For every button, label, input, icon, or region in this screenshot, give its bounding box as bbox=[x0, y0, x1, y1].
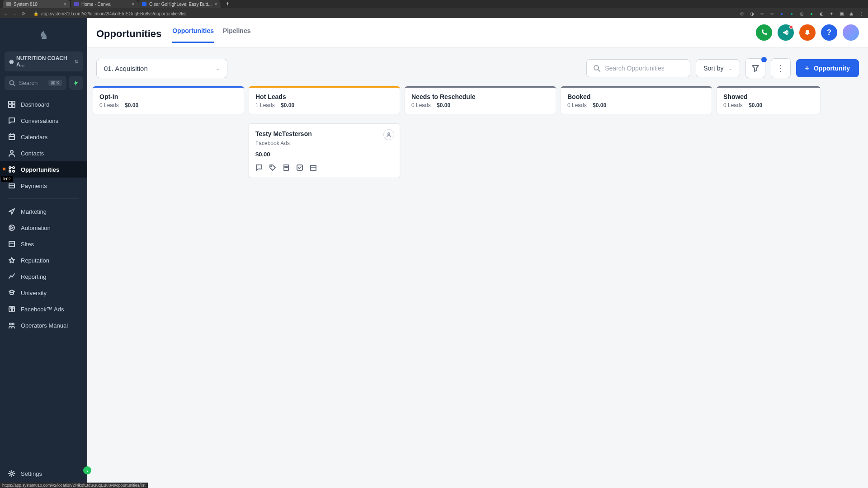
browser-tab[interactable]: System 810 × bbox=[3, 0, 71, 8]
svg-point-29 bbox=[271, 166, 272, 167]
close-icon[interactable]: × bbox=[214, 2, 217, 7]
add-opportunity-button[interactable]: + Opportunity bbox=[796, 59, 859, 77]
nav-label: Operators Manual bbox=[21, 322, 68, 329]
sidebar-item-facebook-ads[interactable]: Facebook™ Ads bbox=[0, 301, 87, 317]
location-name: NUTRITION COACH A... bbox=[16, 55, 72, 68]
pipeline-selector[interactable]: 01. Acquisition ⌄ bbox=[96, 59, 227, 78]
tag-icon[interactable] bbox=[269, 164, 276, 171]
sidebar-item-marketing[interactable]: Marketing bbox=[0, 203, 87, 220]
svg-point-14 bbox=[13, 170, 14, 172]
column-meta: 1 Leads $0.00 bbox=[255, 102, 393, 108]
card-avatar[interactable] bbox=[383, 129, 394, 140]
sort-button[interactable]: Sort by ⌄ bbox=[696, 59, 740, 77]
close-icon[interactable]: × bbox=[64, 2, 66, 7]
column-leads: 0 Leads bbox=[99, 102, 119, 108]
extension-icon[interactable]: ◐ bbox=[818, 10, 825, 17]
sidebar-item-calendars[interactable]: Calendars bbox=[0, 129, 87, 145]
nav-label: Automation bbox=[21, 225, 51, 231]
search-input[interactable]: Search ⌘ K bbox=[5, 76, 66, 90]
extension-icon[interactable]: ● bbox=[788, 10, 795, 17]
opportunity-card[interactable]: Testy McTesterson Facebook Ads $0.00 bbox=[249, 123, 400, 178]
location-selector[interactable]: ◉ NUTRITION COACH A... ⇅ bbox=[5, 52, 83, 71]
tab-pipelines[interactable]: Pipelines bbox=[223, 24, 250, 43]
extension-icon[interactable]: ◑ bbox=[749, 10, 755, 17]
back-icon[interactable]: ← bbox=[4, 11, 8, 16]
sidebar-item-operators-manual[interactable]: Operators Manual bbox=[0, 317, 87, 333]
extension-icon[interactable]: ☆ bbox=[769, 10, 775, 17]
favicon-icon bbox=[74, 2, 79, 6]
contact-icon bbox=[8, 150, 15, 157]
phone-icon bbox=[760, 29, 768, 36]
column-meta: 0 Leads $0.00 bbox=[411, 102, 549, 108]
profile-icon[interactable]: ◉ bbox=[848, 10, 854, 17]
menu-icon[interactable]: ⋮ bbox=[858, 10, 864, 17]
extension-icon[interactable]: ● bbox=[808, 10, 815, 17]
svg-point-23 bbox=[9, 323, 11, 325]
column-header: Needs to Reschedule 0 Leads $0.00 bbox=[405, 86, 556, 114]
sidebar-item-automation[interactable]: Automation bbox=[0, 220, 87, 236]
new-tab-button[interactable]: + bbox=[221, 0, 234, 8]
message-icon[interactable] bbox=[255, 164, 263, 171]
bolt-button[interactable] bbox=[69, 76, 83, 90]
tab-opportunities[interactable]: Opportunities bbox=[172, 24, 214, 43]
favicon-icon bbox=[142, 2, 146, 6]
svg-point-19 bbox=[9, 225, 14, 230]
svg-rect-5 bbox=[12, 105, 15, 108]
sidebar-item-reputation[interactable]: Reputation bbox=[0, 252, 87, 268]
browser-tab[interactable]: Home - Canva × bbox=[71, 0, 138, 8]
collapse-sidebar-button[interactable]: ‹ bbox=[83, 466, 91, 474]
extension-icon[interactable]: ◎ bbox=[798, 10, 805, 17]
svg-line-27 bbox=[598, 70, 600, 71]
sidebar-item-university[interactable]: University bbox=[0, 285, 87, 301]
sidebar-item-opportunities[interactable]: Opportunities bbox=[0, 161, 87, 178]
chevron-updown-icon: ⇅ bbox=[75, 59, 78, 64]
extensions-menu-icon[interactable]: ✦ bbox=[828, 10, 835, 17]
search-opportunities-input[interactable]: Search Opportunities bbox=[586, 59, 690, 77]
extension-icon[interactable]: ⊕ bbox=[739, 10, 745, 17]
panel-icon[interactable]: ▣ bbox=[838, 10, 844, 17]
kanban-column: Showed 0 Leads $0.00 bbox=[717, 86, 821, 178]
more-button[interactable]: ⋮ bbox=[771, 58, 791, 78]
help-button[interactable]: ? bbox=[821, 24, 837, 41]
sidebar: ♞ ◉ NUTRITION COACH A... ⇅ Search ⌘ K Da… bbox=[0, 18, 87, 488]
call-button[interactable] bbox=[756, 24, 772, 41]
bolt-icon bbox=[73, 80, 79, 86]
column-meta: 0 Leads $0.00 bbox=[723, 102, 814, 108]
extension-icon[interactable]: ● bbox=[778, 10, 785, 17]
logo[interactable]: ♞ bbox=[0, 23, 87, 52]
sidebar-item-sites[interactable]: Sites bbox=[0, 236, 87, 252]
kanban-column: Hot Leads 1 Leads $0.00 Testy McTesterso… bbox=[249, 86, 400, 178]
filter-button[interactable] bbox=[745, 58, 765, 78]
sites-icon bbox=[8, 240, 15, 248]
close-icon[interactable]: × bbox=[132, 2, 134, 7]
sidebar-item-dashboard[interactable]: Dashboard bbox=[0, 96, 87, 113]
task-icon[interactable] bbox=[296, 164, 303, 171]
main-header: Opportunities Opportunities Pipelines bbox=[87, 18, 868, 47]
user-avatar[interactable] bbox=[843, 24, 859, 41]
sidebar-item-contacts[interactable]: Contacts bbox=[0, 145, 87, 161]
forward-icon[interactable]: → bbox=[13, 11, 17, 16]
svg-point-0 bbox=[10, 80, 14, 84]
column-amount: $0.00 bbox=[593, 102, 606, 108]
announce-button[interactable] bbox=[778, 24, 794, 41]
search-placeholder: Search Opportunities bbox=[605, 65, 665, 72]
kanban-board: Opt-In 0 Leads $0.00 Hot Leads 1 Leads $… bbox=[87, 86, 868, 178]
browser-tab[interactable]: Clear GoHighLevel Easy Butt... × bbox=[138, 0, 221, 8]
sidebar-item-conversations[interactable]: Conversations bbox=[0, 113, 87, 129]
sidebar-item-settings[interactable]: Settings bbox=[0, 465, 87, 482]
column-title: Needs to Reschedule bbox=[411, 93, 549, 100]
sidebar-item-payments[interactable]: Payments bbox=[0, 178, 87, 194]
note-icon[interactable] bbox=[283, 164, 290, 171]
calendar-icon[interactable] bbox=[310, 164, 317, 171]
extension-icon[interactable]: ☆ bbox=[759, 10, 765, 17]
sidebar-item-reporting[interactable]: Reporting bbox=[0, 268, 87, 285]
search-icon bbox=[9, 80, 15, 86]
target-icon: ◉ bbox=[9, 58, 14, 65]
svg-rect-17 bbox=[9, 184, 14, 188]
url-bar[interactable]: 🔒 app.system810.com/v2/location/2l4ikofE… bbox=[30, 10, 734, 17]
svg-point-10 bbox=[10, 150, 13, 153]
notifications-button[interactable] bbox=[799, 24, 816, 41]
svg-rect-4 bbox=[9, 105, 11, 108]
reload-icon[interactable]: ⟳ bbox=[22, 11, 25, 16]
education-icon bbox=[8, 289, 15, 296]
